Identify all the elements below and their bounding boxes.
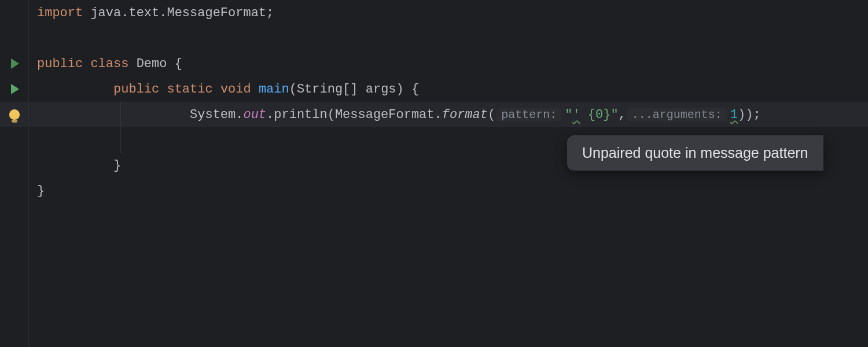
param-hint-pattern: pattern:: [496, 108, 561, 121]
string-unpaired-quote: ': [572, 108, 580, 122]
keyword-public: public: [37, 57, 83, 71]
code-line-active[interactable]: System.out.println(MessageFormat.format(…: [37, 102, 868, 127]
code-line[interactable]: }: [37, 178, 868, 204]
run-method-icon[interactable]: [0, 76, 28, 102]
keyword-import: import: [37, 6, 83, 20]
inspection-tooltip[interactable]: Unpaired quote in message pattern: [567, 135, 823, 171]
indent: [37, 158, 113, 173]
gutter-spacer: [0, 25, 28, 51]
line-tail: ));: [738, 108, 761, 122]
code-line-blank[interactable]: [37, 25, 868, 51]
import-path: java.text.MessageFormat;: [83, 6, 274, 20]
brace-open: {: [175, 57, 182, 71]
keyword-public: public: [113, 82, 159, 97]
string-open-quote: ": [565, 108, 572, 122]
param-hint-arguments: ...arguments:: [627, 108, 727, 121]
method-name-main: main: [259, 82, 289, 97]
field-out: out: [243, 108, 266, 122]
tooltip-text: Unpaired quote in message pattern: [582, 145, 808, 161]
class-name: Demo: [137, 57, 167, 71]
paren-open: (: [488, 108, 495, 122]
run-class-icon[interactable]: [0, 51, 28, 76]
method-params: (String[] args) {: [289, 82, 419, 97]
editor-gutter: [0, 0, 29, 347]
keyword-class: class: [90, 57, 128, 71]
keyword-static: static: [167, 82, 212, 97]
brace-close: }: [37, 184, 45, 198]
gutter-spacer: [0, 0, 28, 25]
method-format: format: [442, 108, 488, 122]
keyword-void: void: [220, 82, 251, 97]
comma: ,: [619, 108, 626, 122]
system-ref: System.: [190, 108, 243, 122]
lightbulb-icon[interactable]: [0, 102, 28, 127]
indent: [37, 108, 190, 122]
indent: [37, 82, 113, 97]
brace-close: }: [113, 158, 121, 173]
println-call: .println(MessageFormat.: [266, 108, 442, 122]
code-line[interactable]: public class Demo {: [37, 51, 868, 76]
string-tail: {0}": [580, 108, 619, 122]
arg-literal: 1: [730, 108, 738, 122]
code-editor[interactable]: import java.text.MessageFormat; public c…: [37, 0, 868, 204]
code-line[interactable]: public static void main(String[] args) {: [37, 76, 868, 102]
code-line[interactable]: import java.text.MessageFormat;: [37, 0, 868, 25]
